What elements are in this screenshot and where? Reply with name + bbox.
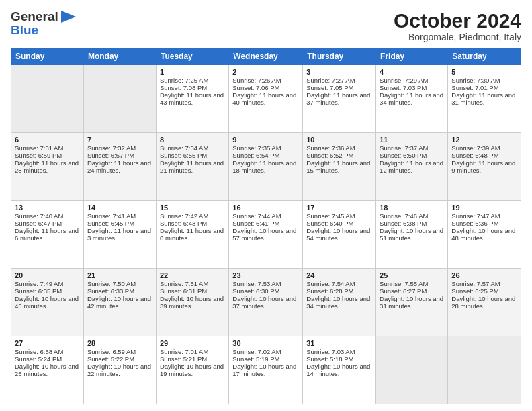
daylight: Daylight: 11 hours and 0 minutes. [160, 227, 224, 242]
day-number: 17 [306, 203, 372, 212]
sunrise: Sunrise: 7:01 AM [160, 348, 208, 355]
sunset: Sunset: 6:28 PM [306, 287, 353, 295]
calendar-cell: 31Sunrise: 7:03 AMSunset: 5:18 PMDayligh… [303, 336, 376, 404]
day-number: 2 [232, 68, 299, 76]
daylight: Daylight: 10 hours and 25 minutes. [15, 363, 79, 377]
daylight: Daylight: 11 hours and 9 minutes. [451, 159, 515, 174]
calendar-cell: 21Sunrise: 7:50 AMSunset: 6:33 PMDayligh… [83, 269, 156, 336]
day-number: 16 [232, 203, 299, 212]
week-row-4: 20Sunrise: 7:49 AMSunset: 6:35 PMDayligh… [11, 269, 521, 336]
daylight: Daylight: 10 hours and 34 minutes. [306, 295, 370, 310]
sunset: Sunset: 6:35 PM [15, 287, 62, 295]
day-number: 1 [160, 68, 225, 76]
day-number: 25 [380, 271, 444, 279]
sunrise: Sunrise: 7:57 AM [451, 280, 500, 287]
header: General Blue October 2024 Borgomale, Pie… [11, 9, 521, 42]
sunset: Sunset: 7:03 PM [380, 84, 427, 91]
location: Borgomale, Piedmont, Italy [394, 32, 521, 42]
calendar-cell: 9Sunrise: 7:35 AMSunset: 6:54 PMDaylight… [229, 133, 303, 201]
day-number: 15 [160, 203, 225, 212]
day-number: 21 [87, 271, 152, 279]
sunset: Sunset: 6:41 PM [232, 220, 279, 227]
day-number: 11 [380, 136, 444, 144]
sunrise: Sunrise: 7:25 AM [160, 77, 208, 84]
day-number: 31 [306, 339, 372, 347]
sunset: Sunset: 6:31 PM [160, 287, 207, 295]
sunrise: Sunrise: 7:53 AM [232, 280, 281, 287]
daylight: Daylight: 11 hours and 31 minutes. [451, 91, 515, 106]
sunset: Sunset: 6:52 PM [306, 152, 353, 159]
calendar-cell [448, 336, 521, 404]
day-number: 6 [15, 136, 80, 144]
daylight: Daylight: 11 hours and 18 minutes. [232, 159, 296, 174]
calendar-cell: 23Sunrise: 7:53 AMSunset: 6:30 PMDayligh… [229, 269, 303, 336]
col-tuesday: Tuesday [156, 48, 228, 65]
day-number: 7 [87, 136, 152, 144]
sunrise: Sunrise: 7:55 AM [380, 280, 428, 287]
calendar-cell: 29Sunrise: 7:01 AMSunset: 5:21 PMDayligh… [156, 336, 228, 404]
day-number: 13 [15, 203, 80, 212]
sunset: Sunset: 5:19 PM [232, 355, 279, 363]
sunset: Sunset: 6:43 PM [160, 220, 207, 227]
sunset: Sunset: 6:33 PM [87, 287, 134, 295]
calendar-cell: 10Sunrise: 7:36 AMSunset: 6:52 PMDayligh… [303, 133, 376, 201]
col-wednesday: Wednesday [229, 48, 303, 65]
week-row-3: 13Sunrise: 7:40 AMSunset: 6:47 PMDayligh… [11, 201, 521, 269]
sunset: Sunset: 5:21 PM [160, 355, 207, 363]
daylight: Daylight: 11 hours and 3 minutes. [87, 227, 151, 242]
logo-blue: Blue [11, 23, 38, 38]
sunset: Sunset: 6:30 PM [232, 287, 279, 295]
calendar-cell: 22Sunrise: 7:51 AMSunset: 6:31 PMDayligh… [156, 269, 228, 336]
sunrise: Sunrise: 7:41 AM [87, 212, 136, 220]
calendar-cell: 7Sunrise: 7:32 AMSunset: 6:57 PMDaylight… [83, 133, 156, 201]
day-number: 4 [380, 68, 444, 76]
month-title: October 2024 [394, 9, 521, 32]
sunset: Sunset: 7:01 PM [451, 84, 498, 91]
daylight: Daylight: 10 hours and 48 minutes. [451, 227, 515, 242]
day-number: 10 [306, 136, 372, 144]
week-row-5: 27Sunrise: 6:58 AMSunset: 5:24 PMDayligh… [11, 336, 521, 404]
daylight: Daylight: 10 hours and 54 minutes. [306, 227, 370, 242]
daylight: Daylight: 10 hours and 45 minutes. [15, 295, 79, 310]
day-number: 8 [160, 136, 225, 144]
calendar-cell: 11Sunrise: 7:37 AMSunset: 6:50 PMDayligh… [376, 133, 448, 201]
sunset: Sunset: 6:48 PM [451, 152, 498, 159]
day-number: 5 [451, 68, 517, 76]
calendar-cell: 4Sunrise: 7:29 AMSunset: 7:03 PMDaylight… [376, 65, 448, 133]
daylight: Daylight: 10 hours and 22 minutes. [87, 363, 151, 377]
day-number: 18 [380, 203, 444, 212]
logo: General Blue [11, 9, 76, 38]
sunrise: Sunrise: 7:30 AM [451, 77, 500, 84]
day-number: 28 [87, 339, 152, 347]
day-number: 12 [451, 136, 517, 144]
calendar-cell: 1Sunrise: 7:25 AMSunset: 7:08 PMDaylight… [156, 65, 228, 133]
sunset: Sunset: 7:08 PM [160, 84, 207, 91]
calendar-cell: 18Sunrise: 7:46 AMSunset: 6:38 PMDayligh… [376, 201, 448, 269]
sunrise: Sunrise: 7:02 AM [232, 348, 281, 355]
sunrise: Sunrise: 7:39 AM [451, 144, 500, 152]
sunrise: Sunrise: 7:29 AM [380, 77, 428, 84]
logo-general: General [11, 9, 58, 24]
calendar-cell: 6Sunrise: 7:31 AMSunset: 6:59 PMDaylight… [11, 133, 84, 201]
sunset: Sunset: 6:59 PM [15, 152, 62, 159]
sunset: Sunset: 6:40 PM [306, 220, 353, 227]
sunset: Sunset: 6:45 PM [87, 220, 134, 227]
sunrise: Sunrise: 7:46 AM [380, 212, 428, 220]
calendar-cell: 17Sunrise: 7:45 AMSunset: 6:40 PMDayligh… [303, 201, 376, 269]
day-number: 14 [87, 203, 152, 212]
calendar-cell: 27Sunrise: 6:58 AMSunset: 5:24 PMDayligh… [11, 336, 84, 404]
calendar-cell: 3Sunrise: 7:27 AMSunset: 7:05 PMDaylight… [303, 65, 376, 133]
title-block: October 2024 Borgomale, Piedmont, Italy [394, 9, 521, 42]
sunset: Sunset: 6:47 PM [15, 220, 62, 227]
sunset: Sunset: 6:25 PM [451, 287, 498, 295]
calendar-cell [11, 65, 84, 133]
sunset: Sunset: 5:18 PM [306, 355, 353, 363]
daylight: Daylight: 11 hours and 28 minutes. [15, 159, 79, 174]
sunrise: Sunrise: 7:36 AM [306, 144, 355, 152]
calendar-table: Sunday Monday Tuesday Wednesday Thursday… [11, 48, 521, 404]
sunset: Sunset: 6:36 PM [451, 220, 498, 227]
day-number: 27 [15, 339, 80, 347]
day-number: 24 [306, 271, 372, 279]
daylight: Daylight: 10 hours and 31 minutes. [380, 295, 443, 310]
daylight: Daylight: 11 hours and 12 minutes. [380, 159, 443, 174]
